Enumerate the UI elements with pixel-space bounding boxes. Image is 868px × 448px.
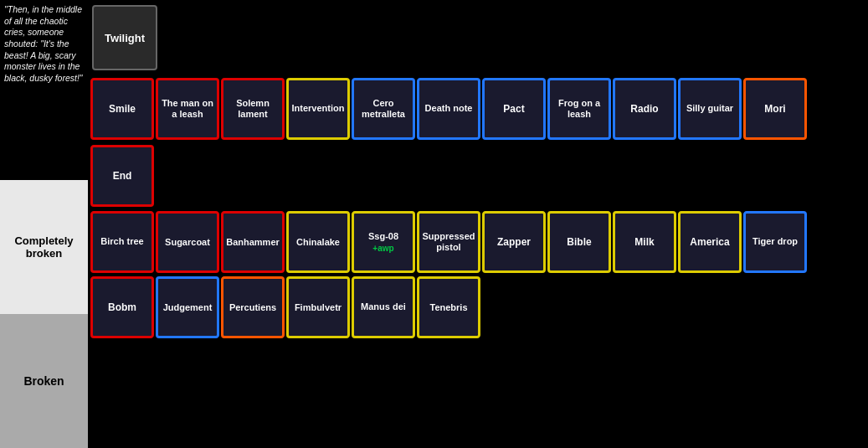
card-manus-dei[interactable]: Manus dei [352,276,415,338]
card-death-note[interactable]: Death note [417,78,480,140]
card-milk[interactable]: Milk [613,211,676,273]
card-zapper[interactable]: Zapper [482,211,546,273]
card-cero-metralleta[interactable]: Cero metralleta [352,78,415,140]
card-bible[interactable]: Bible [547,211,611,273]
card-birch-tree[interactable]: Birch tree [90,211,154,273]
card-sugarcoat[interactable]: Sugarcoat [156,211,219,273]
card-judgement[interactable]: Judgement [156,276,219,338]
card-pact[interactable]: Pact [482,78,546,140]
broken-label: Broken [0,314,88,448]
quote-text: "Then, in the middle of all the chaotic … [0,0,88,180]
card-the-man-on-a-leash[interactable]: The man on a leash [156,78,219,140]
twilight-card[interactable]: Twilight [92,5,157,70]
card-end[interactable]: End [90,145,154,207]
card-solemn-lament[interactable]: Solemn lament [221,78,285,140]
card-chinalake[interactable]: Chinalake [286,211,350,273]
card-mori[interactable]: Mori [743,78,807,140]
card-percutiens[interactable]: Percutiens [221,276,285,338]
card-ssg08[interactable]: Ssg-08 +awp [352,211,415,273]
card-banhammer[interactable]: Banhammer [221,211,285,273]
completely-broken-label: Completely broken [0,180,88,314]
card-frog-on-a-leash[interactable]: Frog on a leash [547,78,611,140]
card-smile[interactable]: Smile [90,78,154,140]
card-america[interactable]: America [678,211,742,273]
card-fimbulvetr[interactable]: Fimbulvetr [286,276,350,338]
card-silly-guitar[interactable]: Silly guitar [678,78,742,140]
card-bobm[interactable]: Bobm [90,276,154,338]
card-tiger-drop[interactable]: Tiger drop [743,211,807,273]
card-suppressed-pistol[interactable]: Suppressed pistol [417,211,480,273]
card-intervention[interactable]: Intervention [286,78,350,140]
card-tenebris[interactable]: Tenebris [417,276,480,338]
card-radio[interactable]: Radio [613,78,676,140]
